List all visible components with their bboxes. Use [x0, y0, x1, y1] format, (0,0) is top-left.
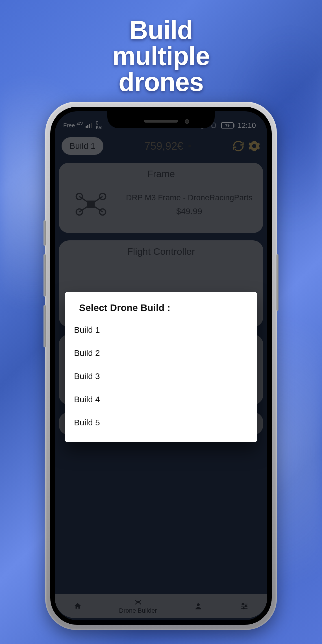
promo-line-2: multiple	[0, 43, 322, 69]
phone-notch	[107, 111, 215, 128]
select-build-dialog: Select Drone Build : Build 1 Build 2 Bui…	[65, 292, 257, 442]
build-option-1[interactable]: Build 1	[65, 318, 257, 341]
phone-power-button	[276, 254, 279, 311]
phone-mockup: Free 4G* 0 K/s 79 12:10 Build 1 759,92€	[45, 102, 277, 630]
dialog-title: Select Drone Build :	[65, 302, 257, 318]
promo-headline: Build multiple drones	[0, 0, 322, 95]
build-option-5[interactable]: Build 5	[65, 411, 257, 434]
promo-line-1: Build	[0, 17, 322, 43]
promo-line-3: drones	[0, 69, 322, 95]
build-option-2[interactable]: Build 2	[65, 341, 257, 365]
build-option-3[interactable]: Build 3	[65, 365, 257, 388]
phone-volume-up	[43, 254, 46, 297]
phone-mute-switch	[43, 220, 46, 246]
phone-volume-down	[43, 305, 46, 347]
build-option-4[interactable]: Build 4	[65, 388, 257, 411]
app-screen: Free 4G* 0 K/s 79 12:10 Build 1 759,92€	[55, 111, 267, 620]
